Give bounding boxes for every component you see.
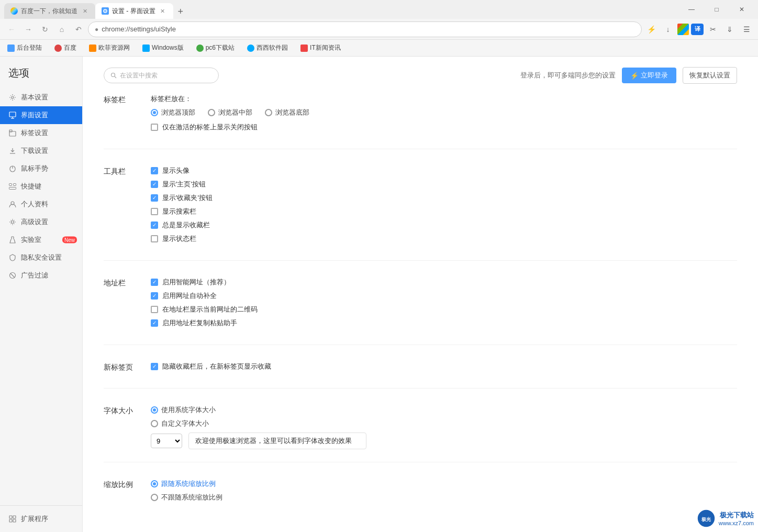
sidebar-item-basic[interactable]: 基本设置 [0, 88, 82, 106]
font-system-option[interactable]: 使用系统字体大小 [151, 405, 737, 415]
auto-complete-checkbox[interactable] [151, 292, 158, 300]
close-button[interactable]: ✕ [730, 1, 754, 18]
show-close-active-only-checkbox[interactable] [151, 124, 158, 131]
minimize-button[interactable]: — [679, 1, 704, 18]
bookmark-backend[interactable]: 后台登陆 [4, 42, 45, 53]
tab-settings-label: 标签设置 [21, 128, 48, 138]
sidebar-item-advanced[interactable]: 高级设置 [0, 213, 82, 231]
back-button[interactable]: ← [4, 22, 19, 37]
translate-icon[interactable]: 译 [691, 24, 704, 35]
home-button[interactable]: ⌂ [54, 22, 69, 37]
settings-search-box[interactable]: 在设置中搜索 [104, 68, 219, 83]
smart-url-checkbox[interactable] [151, 279, 158, 286]
basic-settings-icon [8, 93, 17, 102]
font-size-select[interactable]: 9 [151, 434, 182, 448]
show-fav-newtab-checkbox[interactable] [151, 363, 158, 370]
tabbar-position-label: 标签栏放在： [151, 94, 192, 104]
show-search-checkbox[interactable] [151, 208, 158, 215]
maximize-button[interactable]: □ [705, 1, 729, 18]
show-qr-checkbox[interactable] [151, 306, 158, 313]
show-qr-option[interactable]: 在地址栏显示当前网址的二维码 [151, 305, 737, 314]
tab-baidu-close[interactable]: ✕ [81, 7, 89, 15]
tabbar-bottom-option[interactable]: 浏览器底部 [265, 108, 309, 117]
paste-helper-checkbox[interactable] [151, 319, 158, 327]
menu-icon[interactable]: ☰ [739, 22, 754, 37]
zoom-custom-radio[interactable] [151, 494, 158, 501]
show-favorites-option[interactable]: 显示'收藏夹'按钮 [151, 193, 737, 203]
svg-point-22 [112, 73, 115, 77]
show-avatar-option[interactable]: 显示头像 [151, 166, 737, 175]
address-bar[interactable]: ● chrome://settings/uiStyle [88, 21, 642, 37]
auto-complete-option[interactable]: 启用网址自动补全 [151, 291, 737, 301]
bookmark-windows[interactable]: Windows版 [139, 42, 187, 53]
extensions-icon[interactable]: ⚡ [644, 22, 659, 37]
sidebar-item-extensions[interactable]: 扩展程序 [0, 510, 82, 528]
zoom-follow-option[interactable]: 跟随系统缩放比例 [151, 479, 737, 489]
tabbar-top-label: 浏览器顶部 [161, 108, 195, 117]
tab-settings-close[interactable]: ✕ [159, 7, 167, 15]
show-avatar-checkbox[interactable] [151, 167, 158, 174]
lab-icon [8, 236, 17, 244]
show-favorites-checkbox[interactable] [151, 194, 158, 202]
sidebar-item-ui[interactable]: 界面设置 [0, 106, 82, 124]
svg-rect-13 [9, 187, 16, 190]
tabbar-middle-option[interactable]: 浏览器中部 [208, 108, 252, 117]
toolbar-section-content: 显示头像 显示'主页'按钮 显示'收藏夹'按钮 显示搜索栏 [151, 166, 737, 248]
font-custom-radio[interactable] [151, 420, 158, 427]
tabbar-bottom-radio[interactable] [265, 109, 272, 116]
sidebar-item-shortcut[interactable]: 快捷键 [0, 178, 82, 195]
show-status-option[interactable]: 显示状态栏 [151, 234, 737, 243]
new-tab-button[interactable]: + [173, 4, 188, 19]
tab-baidu[interactable]: 百度一下，你就知道 ✕ [4, 3, 95, 19]
show-favbar-option[interactable]: 总是显示收藏栏 [151, 220, 737, 230]
microsoft-icon[interactable] [677, 24, 689, 35]
history-button[interactable]: ↶ [71, 22, 86, 37]
bookmark-baidu[interactable]: 百度 [51, 42, 80, 53]
fontsize-section: 字体大小 使用系统字体大小 自定义字体大小 9 欢迎使用极速浏览器， [104, 405, 737, 462]
show-status-checkbox[interactable] [151, 235, 158, 242]
show-search-option[interactable]: 显示搜索栏 [151, 207, 737, 216]
show-favbar-checkbox[interactable] [151, 221, 158, 229]
toolbar-section-label: 工具栏 [104, 166, 151, 248]
tabbar-top-radio[interactable] [151, 109, 158, 116]
show-close-active-only-option[interactable]: 仅在激活的标签上显示关闭按钮 [151, 123, 737, 132]
tabbar-top-option[interactable]: 浏览器顶部 [151, 108, 195, 117]
screenshot-icon[interactable]: ✂ [706, 22, 720, 37]
sidebar-item-privacy[interactable]: 隐私安全设置 [0, 249, 82, 267]
forward-button[interactable]: → [21, 22, 36, 37]
sidebar-item-download[interactable]: 下载设置 [0, 142, 82, 160]
bookmark-ofei[interactable]: 欧菲资源网 [86, 42, 133, 53]
zoom-follow-radio[interactable] [151, 480, 158, 487]
pc6-icon [196, 45, 204, 52]
sidebar-item-mouse[interactable]: 鼠标手势 [0, 160, 82, 178]
sidebar-item-adblock[interactable]: 广告过滤 [0, 267, 82, 284]
refresh-button[interactable]: ↻ [38, 22, 52, 37]
zoom-custom-option[interactable]: 不跟随系统缩放比例 [151, 493, 737, 502]
paste-helper-option[interactable]: 启用地址栏复制粘贴助手 [151, 318, 737, 328]
watermark-text: 极光下载站 www.xz7.com [719, 511, 754, 526]
sidebar-item-tab[interactable]: 标签设置 [0, 124, 82, 142]
bookmarks-bar: 后台登陆 百度 欧菲资源网 Windows版 pc6下载站 西西软件园 IT新闻… [0, 40, 758, 57]
restore-defaults-button[interactable]: 恢复默认设置 [683, 67, 737, 84]
bookmark-itnews[interactable]: IT新闻资讯 [297, 42, 344, 53]
window-controls: — □ ✕ [679, 1, 754, 18]
bookmark-pc6[interactable]: pc6下载站 [193, 42, 238, 53]
show-fav-newtab-option[interactable]: 隐藏收藏栏后，在新标签页显示收藏 [151, 362, 737, 371]
sidebar-item-profile[interactable]: 个人资料 [0, 195, 82, 213]
bookmark-xixi[interactable]: 西西软件园 [244, 42, 291, 53]
download-arrow-icon[interactable]: ↓ [661, 22, 675, 37]
svg-text:极光: 极光 [701, 517, 711, 522]
smart-url-option[interactable]: 启用智能网址（推荐） [151, 278, 737, 287]
login-button[interactable]: ⚡ 立即登录 [622, 68, 676, 83]
download-icon[interactable]: ⇓ [722, 22, 737, 37]
font-system-radio[interactable] [151, 406, 158, 414]
show-home-checkbox[interactable] [151, 181, 158, 188]
font-custom-option[interactable]: 自定义字体大小 [151, 419, 737, 428]
tabbar-middle-radio[interactable] [208, 109, 215, 116]
sidebar-item-lab[interactable]: 实验室 New [0, 231, 82, 249]
ofei-icon [89, 45, 96, 52]
show-home-option[interactable]: 显示'主页'按钮 [151, 180, 737, 189]
show-qr-label: 在地址栏显示当前网址的二维码 [162, 305, 258, 314]
tab-settings[interactable]: 设置 - 界面设置 ✕ [95, 3, 173, 19]
title-bar: 百度一下，你就知道 ✕ 设置 - 界面设置 ✕ + — □ ✕ [0, 0, 758, 19]
